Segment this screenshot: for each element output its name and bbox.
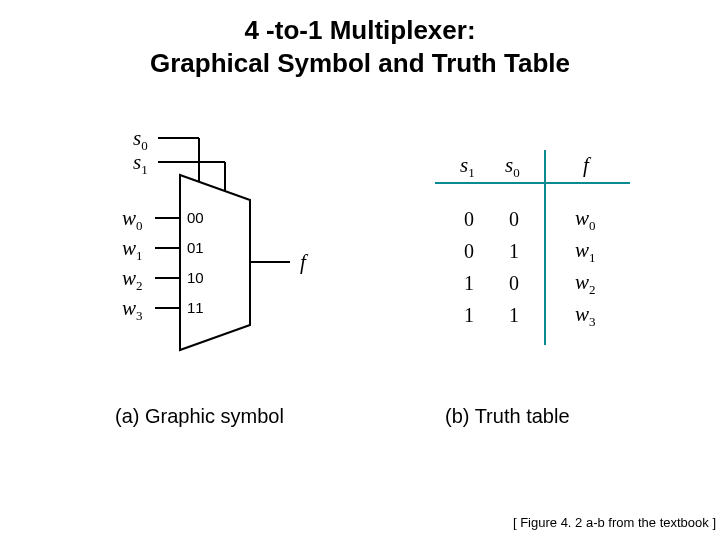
label-w1: w1: [122, 236, 143, 264]
tt-r1-s1: 0: [464, 240, 474, 263]
tt-r1-s0: 1: [509, 240, 519, 263]
tt-r3-s1: 1: [464, 304, 474, 327]
tt-r2-f: w2: [575, 270, 596, 298]
bin-11: 11: [187, 299, 204, 316]
label-f-output: f: [300, 250, 306, 275]
label-w0: w0: [122, 206, 143, 234]
title-line-2: Graphical Symbol and Truth Table: [150, 48, 570, 78]
tt-header-s0: s0: [505, 153, 520, 181]
tt-r2-s0: 0: [509, 272, 519, 295]
tt-r2-s1: 1: [464, 272, 474, 295]
tt-r3-s0: 1: [509, 304, 519, 327]
bin-10: 10: [187, 269, 204, 286]
mux-graphic-svg: [0, 120, 720, 450]
label-w3: w3: [122, 296, 143, 324]
bin-00: 00: [187, 209, 204, 226]
tt-r0-f: w0: [575, 206, 596, 234]
caption-a: (a) Graphic symbol: [115, 405, 284, 428]
tt-r1-f: w1: [575, 238, 596, 266]
title-line-1: 4 -to-1 Multiplexer:: [244, 15, 475, 45]
tt-r0-s0: 0: [509, 208, 519, 231]
page-title: 4 -to-1 Multiplexer: Graphical Symbol an…: [0, 0, 720, 79]
label-w2: w2: [122, 266, 143, 294]
bin-01: 01: [187, 239, 204, 256]
tt-header-f: f: [583, 153, 589, 178]
tt-r0-s1: 0: [464, 208, 474, 231]
tt-header-s1: s1: [460, 153, 475, 181]
diagram-area: s0 s1 w0 w1 w2 w3 00 01 10 11 f s1 s0 f …: [0, 120, 720, 450]
tt-r3-f: w3: [575, 302, 596, 330]
footer-reference: [ Figure 4. 2 a-b from the textbook ]: [513, 515, 716, 530]
caption-b: (b) Truth table: [445, 405, 570, 428]
label-s1: s1: [133, 150, 148, 178]
